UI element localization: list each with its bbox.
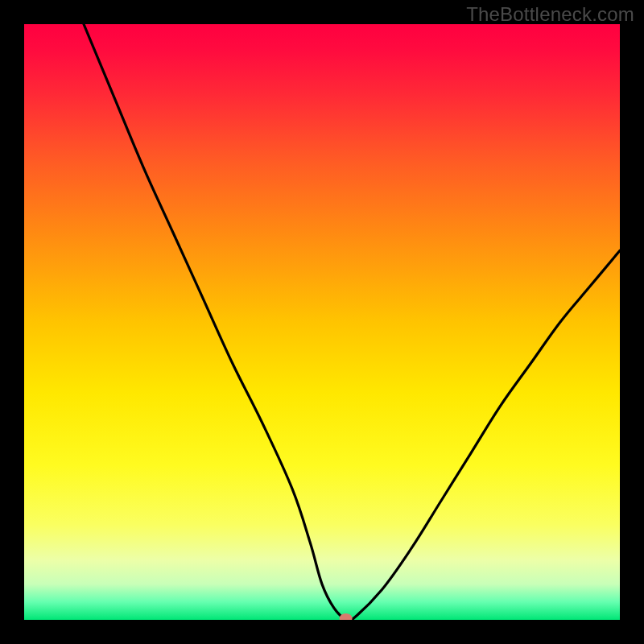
attribution-text: TheBottleneck.com [466, 3, 634, 26]
bottleneck-chart [24, 24, 620, 620]
chart-frame [24, 24, 620, 620]
chart-background [24, 24, 620, 620]
